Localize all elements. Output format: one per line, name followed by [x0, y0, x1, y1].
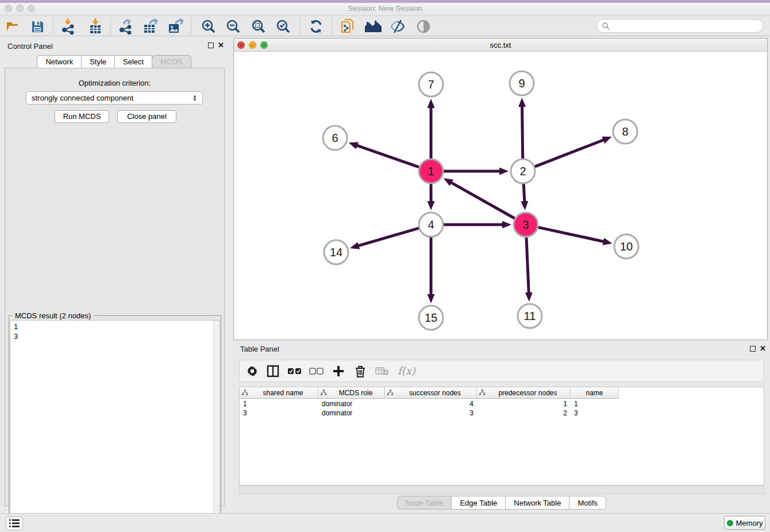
- table-float-icon[interactable]: [750, 346, 756, 352]
- graph-node-label: 1: [428, 165, 434, 178]
- graph-edge-2-3[interactable]: [523, 184, 525, 203]
- memory-label: Memory: [736, 519, 763, 527]
- table-tab-edge-table[interactable]: Edge Table: [451, 496, 506, 510]
- table-cell[interactable]: 1: [571, 399, 619, 408]
- table-tab-network-table[interactable]: Network Table: [505, 496, 569, 510]
- graph-arrowhead: [428, 201, 435, 210]
- mcds-panel: Optimization criterion: strongly connect…: [5, 68, 225, 506]
- open-session-icon[interactable]: [5, 18, 22, 35]
- search-input[interactable]: [610, 22, 763, 30]
- table-tab-node-table[interactable]: Node Table: [397, 496, 452, 510]
- refresh-layout-icon[interactable]: [307, 18, 325, 35]
- graph-node-label: 3: [522, 218, 529, 231]
- close-panel-icon[interactable]: ✕: [218, 41, 224, 49]
- column-header-successor-nodes[interactable]: successor nodes: [385, 387, 477, 399]
- table-cell[interactable]: 3: [571, 408, 619, 418]
- network-overview-icon[interactable]: [364, 18, 382, 35]
- export-table-icon[interactable]: [143, 18, 160, 35]
- criterion-select[interactable]: strongly connected component ▲▼: [26, 91, 203, 105]
- memory-button[interactable]: Memory: [724, 516, 765, 530]
- column-header-shared-name[interactable]: shared name: [240, 387, 318, 399]
- add-column-icon[interactable]: [330, 363, 346, 379]
- control-tab-style[interactable]: Style: [81, 55, 115, 68]
- control-tab-network[interactable]: Network: [37, 55, 82, 68]
- import-network-icon[interactable]: [60, 18, 77, 35]
- table-settings-icon[interactable]: [244, 363, 260, 379]
- delete-table-icon[interactable]: [374, 363, 390, 379]
- table-cell[interactable]: 4: [385, 399, 477, 408]
- main-toolbar: [0, 16, 770, 36]
- memory-status-icon: [727, 520, 733, 526]
- table-cell[interactable]: 1: [477, 399, 571, 408]
- zoom-selected-icon[interactable]: [275, 18, 292, 35]
- zoom-in-icon[interactable]: [200, 18, 217, 35]
- sort-tree-icon: [321, 390, 327, 396]
- graph-arrowhead: [518, 98, 526, 107]
- table-panel: Table Panel ✕ f(x) shared nameMCDS roles…: [233, 342, 770, 513]
- run-mcds-button[interactable]: Run MCDS: [55, 110, 109, 123]
- zoom-out-icon[interactable]: [225, 18, 242, 35]
- graph-node-label: 2: [519, 165, 526, 178]
- table-toolbar: f(x): [239, 360, 764, 382]
- optimization-criterion-label: Optimization criterion:: [5, 79, 224, 87]
- graphics-details-icon[interactable]: [389, 18, 406, 35]
- search-field[interactable]: [596, 19, 763, 33]
- sort-tree-icon: [479, 390, 486, 396]
- table-close-icon[interactable]: ✕: [760, 344, 766, 353]
- graph-edge-1-6[interactable]: [356, 145, 419, 167]
- table-cell[interactable]: 2: [477, 408, 571, 418]
- table-tab-motifs[interactable]: Motifs: [569, 496, 606, 510]
- graph-edge-3-1[interactable]: [450, 182, 515, 219]
- split-view-icon[interactable]: [265, 363, 281, 379]
- column-header-label: shared name: [248, 389, 318, 397]
- task-history-button[interactable]: [6, 516, 23, 530]
- control-tab-mcds[interactable]: MCDS: [152, 55, 191, 68]
- export-network-icon[interactable]: [117, 18, 134, 35]
- table-cell[interactable]: dominator: [318, 399, 385, 408]
- table-cell[interactable]: 3: [240, 408, 318, 418]
- table-cell[interactable]: 1: [240, 399, 318, 408]
- column-header-MCDS-role[interactable]: MCDS role: [318, 387, 385, 399]
- mcds-result-area[interactable]: 1 3: [10, 320, 220, 532]
- graph-arrowhead: [525, 292, 533, 302]
- graph-arrowhead: [428, 294, 435, 303]
- table-row-2[interactable]: 3dominator323: [240, 408, 619, 418]
- table-cell[interactable]: 3: [385, 408, 477, 418]
- graph-arrowhead: [499, 168, 509, 175]
- table-horizontal-scrollbar[interactable]: [239, 485, 764, 494]
- import-table-icon[interactable]: [87, 18, 104, 35]
- save-session-icon[interactable]: [29, 18, 46, 35]
- network-window-titlebar[interactable]: × − + scc.txt: [234, 38, 767, 52]
- float-panel-icon[interactable]: [208, 43, 214, 48]
- window-titlebar: Session: New Session: [0, 0, 770, 16]
- mcds-result-text: 1 3: [14, 322, 18, 341]
- graph-arrowhead: [350, 242, 360, 249]
- network-canvas[interactable]: 7968124314101511: [234, 52, 767, 340]
- table-row-1[interactable]: 1dominator411: [240, 399, 619, 408]
- result-scrollbar[interactable]: [213, 321, 220, 531]
- duplicate-network-icon[interactable]: [339, 18, 356, 35]
- graph-edge-2-8[interactable]: [535, 140, 605, 167]
- column-header-label: MCDS role: [327, 389, 384, 397]
- close-panel-button[interactable]: Close panel: [117, 110, 176, 123]
- control-tab-select[interactable]: Select: [114, 55, 152, 68]
- zoom-fit-icon[interactable]: [250, 18, 267, 35]
- graph-edge-3-10[interactable]: [538, 228, 605, 242]
- titlebar-accent: [0, 0, 770, 3]
- table-cell[interactable]: dominator: [318, 408, 385, 418]
- deselect-all-columns-icon[interactable]: [309, 363, 325, 379]
- apply-function-icon[interactable]: f(x): [396, 363, 417, 379]
- graph-arrowhead: [521, 201, 528, 210]
- export-image-icon[interactable]: [167, 18, 184, 35]
- select-stepper-icon: ▲▼: [191, 92, 199, 104]
- preview-eye-icon[interactable]: [415, 18, 432, 35]
- graph-edge-3-11[interactable]: [526, 237, 529, 294]
- column-header-label: name: [571, 389, 618, 397]
- column-header-predecessor-nodes[interactable]: predecessor nodes: [477, 387, 571, 399]
- graph-edge-4-14[interactable]: [357, 228, 418, 246]
- graph-edge-2-9[interactable]: [522, 105, 522, 159]
- column-header-name[interactable]: name: [571, 387, 619, 399]
- select-all-columns-icon[interactable]: [287, 363, 303, 379]
- delete-column-icon[interactable]: [352, 363, 368, 379]
- graph-node-label: 8: [622, 125, 628, 138]
